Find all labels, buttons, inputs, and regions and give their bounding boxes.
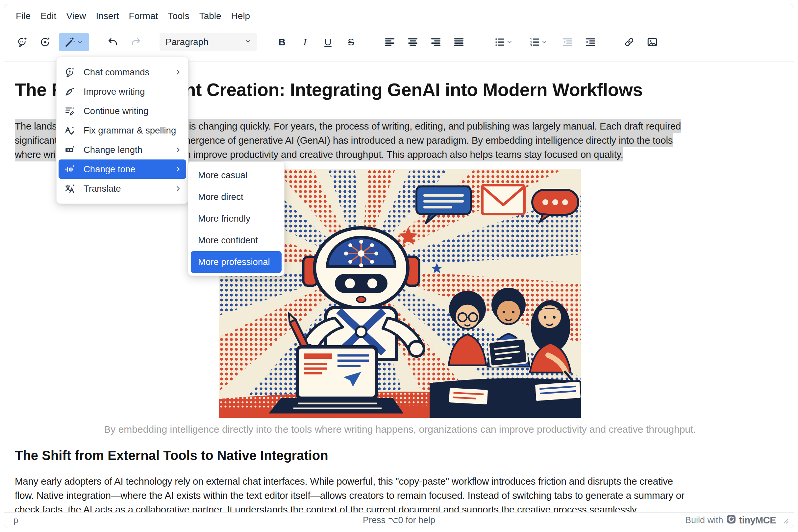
bold-icon: B [278, 37, 285, 47]
ai-wand-icon [64, 37, 76, 48]
svg-text:3: 3 [530, 43, 532, 47]
align-justify-icon [453, 37, 464, 48]
body-paragraph[interactable]: Many early adopters of AI technology rel… [15, 474, 785, 514]
menu-item-label: Translate [83, 184, 174, 194]
align-center-button[interactable] [404, 33, 422, 51]
align-left-button[interactable] [381, 33, 399, 51]
redo-button[interactable] [127, 33, 145, 51]
toolbar: ParagraphBIUS123 [4, 23, 794, 62]
bullet-list-icon [494, 37, 505, 48]
body-text-line: flow. Native integration—where the AI ex… [15, 488, 785, 502]
link-icon [624, 37, 635, 48]
chevron-down-icon [244, 37, 252, 48]
outdent-icon [562, 37, 573, 48]
paragraph-format-label: Paragraph [165, 37, 208, 48]
fix-grammar-icon [64, 125, 76, 136]
ai-assistant-button[interactable] [13, 33, 31, 51]
body-text-line: Many early adopters of AI technology rel… [15, 474, 785, 488]
redo-icon [130, 37, 142, 48]
statusbar: p Press ⌥0 for help Build with tinyMCE [4, 512, 794, 528]
italic-button[interactable]: I [296, 33, 314, 51]
chevron-right-icon [174, 185, 182, 193]
ai-shortcuts-button[interactable] [36, 33, 54, 51]
align-right-button[interactable] [427, 33, 445, 51]
image-icon [647, 37, 658, 48]
chat-commands-icon [64, 66, 76, 78]
menubar: FileEditViewInsertFormatToolsTableHelp [4, 4, 794, 23]
change-length-icon [64, 144, 76, 156]
chevron-right-icon [174, 68, 182, 76]
menu-item-label: Improve writing [83, 87, 182, 97]
undo-button[interactable] [104, 33, 122, 51]
menubar-item-edit[interactable]: Edit [36, 10, 61, 22]
ai-menu-item-change-tone[interactable]: Change tone [58, 159, 186, 179]
ai-menu-item-change-length[interactable]: Change length [58, 140, 186, 159]
indent-icon [585, 37, 596, 48]
image-caption[interactable]: By embedding intelligence directly into … [15, 423, 785, 436]
numbered-list-button[interactable]: 123 [523, 33, 554, 51]
ai-shortcuts-icon [39, 37, 51, 48]
section-heading[interactable]: The Shift from External Tools to Native … [15, 448, 785, 463]
underline-button[interactable]: U [319, 33, 337, 51]
outdent-button[interactable] [558, 33, 577, 51]
tone-option-more-professional[interactable]: More professional [191, 251, 282, 273]
body-text-line: check facts, the AI acts as a collaborat… [15, 502, 785, 514]
branding-link[interactable]: Build with tinyMCE [685, 514, 776, 527]
indent-button[interactable] [581, 33, 600, 51]
branding-prefix: Build with [685, 515, 723, 526]
chevron-right-icon [174, 146, 182, 154]
resize-handle-icon[interactable] [779, 515, 791, 526]
bullet-list-button[interactable] [488, 33, 519, 51]
underline-icon: U [324, 37, 332, 47]
ai-menu-item-continue-writing[interactable]: Continue writing [58, 101, 186, 121]
image-button[interactable] [643, 33, 662, 51]
menu-item-label: Chat commands [83, 67, 174, 78]
numbered-list-icon: 123 [529, 37, 540, 48]
branding-name: tinyMCE [739, 515, 776, 526]
menubar-item-view[interactable]: View [61, 10, 91, 22]
improve-writing-icon [64, 86, 76, 98]
strikethrough-button[interactable]: S [342, 33, 360, 51]
chevron-down-icon [76, 38, 83, 46]
menubar-item-insert[interactable]: Insert [91, 10, 124, 22]
tone-option-more-casual[interactable]: More casual [191, 165, 282, 186]
menubar-item-format[interactable]: Format [124, 10, 163, 22]
help-hint: Press ⌥0 for help [363, 515, 435, 526]
link-button[interactable] [620, 33, 638, 51]
tinymce-logo-icon [726, 514, 736, 527]
undo-icon [107, 37, 118, 48]
bold-button[interactable]: B [273, 33, 291, 51]
tone-option-more-friendly[interactable]: More friendly [191, 208, 282, 229]
align-right-icon [430, 37, 442, 48]
menubar-item-help[interactable]: Help [226, 10, 255, 22]
continue-writing-icon [64, 105, 76, 117]
align-justify-button[interactable] [450, 33, 468, 51]
ai-command-menu-button[interactable] [59, 33, 89, 51]
ai-dropdown-menu: Chat commandsImprove writingContinue wri… [56, 57, 188, 204]
align-center-icon [407, 37, 419, 48]
tone-option-more-confident[interactable]: More confident [191, 229, 282, 251]
change-tone-submenu: More casualMore directMore friendlyMore … [188, 162, 284, 276]
chevron-down-icon [506, 38, 513, 46]
strikethrough-icon: S [348, 37, 354, 47]
menu-item-label: Change tone [83, 164, 174, 175]
translate-icon [64, 183, 76, 195]
menu-item-label: Continue writing [83, 106, 182, 116]
menubar-item-table[interactable]: Table [194, 10, 226, 22]
ai-menu-item-improve-writing[interactable]: Improve writing [58, 82, 186, 101]
italic-icon: I [303, 37, 307, 47]
chevron-right-icon [174, 165, 182, 173]
paragraph-format-select[interactable]: Paragraph [160, 33, 257, 51]
menubar-item-tools[interactable]: Tools [163, 10, 194, 22]
menu-item-label: Fix grammar & spelling [83, 125, 182, 136]
ai-assistant-icon [16, 37, 27, 48]
ai-menu-item-translate[interactable]: Translate [58, 179, 186, 198]
ai-menu-item-chat-commands[interactable]: Chat commands [58, 62, 186, 82]
change-tone-icon [64, 164, 76, 175]
element-path[interactable]: p [14, 515, 18, 526]
chevron-down-icon [541, 38, 548, 46]
menu-item-label: Change length [83, 145, 174, 155]
ai-menu-item-fix-grammar-spelling[interactable]: Fix grammar & spelling [58, 121, 186, 140]
tone-option-more-direct[interactable]: More direct [191, 186, 282, 208]
menubar-item-file[interactable]: File [11, 10, 36, 22]
